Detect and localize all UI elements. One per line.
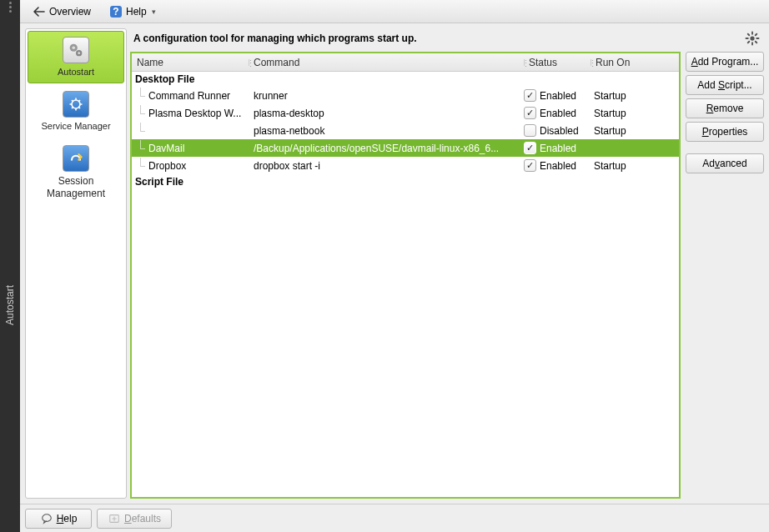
cell-name: Dropbox: [148, 160, 249, 172]
cell-command: plasma-desktop: [249, 108, 524, 119]
settings-gear-button[interactable]: [744, 30, 761, 47]
add-script-button[interactable]: Add Script...: [686, 75, 764, 95]
cell-name: Command Runner: [148, 90, 249, 102]
grip-dots: [0, 2, 20, 13]
cell-command: krunner: [249, 90, 524, 102]
table-row[interactable]: Dropbox dropbox start -i ✓Enabled Startu…: [132, 157, 679, 174]
cell-status: Enabled: [540, 108, 576, 119]
defaults-icon: [108, 512, 121, 525]
left-tool-strip: Autostart: [0, 0, 20, 532]
help-label: Help: [126, 6, 147, 18]
sidebar-item-session-management[interactable]: SessionManagement: [28, 139, 124, 205]
sidebar-label: Autostart: [58, 67, 94, 78]
table-row[interactable]: DavMail /Backup/Applications/openSUSE/da…: [132, 139, 679, 157]
sidebar-item-service-manager[interactable]: Service Manager: [28, 85, 124, 138]
status-checkbox[interactable]: ✓: [524, 89, 536, 102]
table-body: Desktop File Command Runner krunner ✓Ena…: [132, 72, 679, 497]
sidebar-label: Service Manager: [41, 121, 110, 132]
status-checkbox[interactable]: [524, 124, 536, 137]
page-heading: A configuration tool for managing which …: [133, 33, 744, 44]
center-column: A configuration tool for managing which …: [130, 28, 764, 499]
group-desktop-file: Desktop File: [132, 72, 679, 87]
help-toolbar-button[interactable]: ? Help ▾: [102, 3, 163, 21]
table-header: Name Command Status Run On: [132, 53, 679, 72]
category-sidebar: Autostart Service Manager SessionManagem…: [25, 28, 127, 499]
top-toolbar: Overview ? Help ▾: [20, 0, 769, 23]
help-bubble-icon: [40, 512, 53, 525]
status-checkbox[interactable]: ✓: [524, 107, 536, 119]
cell-command: plasma-netbook: [249, 125, 524, 137]
help-icon: ?: [109, 5, 123, 18]
properties-button[interactable]: Properties: [686, 122, 764, 142]
gears-icon: [63, 37, 89, 63]
cell-command: dropbox start -i: [249, 160, 524, 172]
table-row[interactable]: plasma-netbook Disabled Startup: [132, 122, 679, 139]
sidebar-item-autostart[interactable]: Autostart: [28, 31, 124, 83]
group-script-file: Script File: [132, 174, 679, 189]
cell-status: Disabled: [540, 125, 579, 137]
svg-point-5: [78, 52, 80, 54]
cell-status: Enabled: [540, 90, 576, 102]
session-icon: [63, 145, 89, 172]
action-buttons: Add Program... Add Script... Remove Prop…: [686, 52, 764, 499]
svg-point-8: [42, 514, 51, 521]
col-status[interactable]: Status: [524, 57, 591, 68]
table-row[interactable]: Command Runner krunner ✓Enabled Startup: [132, 87, 679, 104]
overview-label: Overview: [49, 6, 91, 18]
svg-point-7: [750, 36, 754, 40]
back-arrow-icon: [33, 5, 46, 18]
vert-tab-label[interactable]: Autostart: [4, 280, 16, 332]
autostart-table: Name Command Status Run On Desktop File …: [130, 52, 681, 499]
remove-button[interactable]: Remove: [686, 98, 764, 118]
footer-bar: Help Defaults: [20, 504, 769, 532]
service-icon: [63, 91, 89, 118]
cell-name: DavMail: [148, 143, 249, 154]
svg-point-3: [72, 46, 75, 49]
cell-runon: Startup: [591, 160, 679, 172]
cell-runon: Startup: [591, 90, 679, 102]
advanced-button[interactable]: Advanced: [686, 153, 764, 173]
cell-runon: Startup: [591, 108, 679, 119]
sidebar-label: SessionManagement: [47, 175, 105, 199]
defaults-button[interactable]: Defaults: [97, 509, 172, 529]
overview-button[interactable]: Overview: [25, 3, 98, 21]
cell-status: Enabled: [540, 160, 576, 172]
col-command[interactable]: Command: [249, 57, 524, 68]
add-program-button[interactable]: Add Program...: [686, 52, 764, 72]
svg-text:?: ?: [113, 6, 118, 18]
status-checkbox[interactable]: ✓: [524, 159, 536, 172]
chevron-down-icon: ▾: [152, 8, 156, 16]
help-button[interactable]: Help: [25, 509, 92, 529]
col-runon[interactable]: Run On: [591, 57, 679, 68]
cell-command: /Backup/Applications/openSUSE/davmail-li…: [249, 143, 524, 154]
cell-status: Enabled: [540, 143, 576, 154]
main-panel: Overview ? Help ▾ Autostart Service Mana…: [20, 0, 769, 532]
cell-runon: Startup: [591, 125, 679, 137]
col-name[interactable]: Name: [132, 57, 249, 68]
status-checkbox[interactable]: ✓: [524, 142, 536, 154]
cell-name: Plasma Desktop W...: [148, 108, 249, 119]
table-row[interactable]: Plasma Desktop W... plasma-desktop ✓Enab…: [132, 104, 679, 122]
content-area: Autostart Service Manager SessionManagem…: [20, 23, 769, 504]
